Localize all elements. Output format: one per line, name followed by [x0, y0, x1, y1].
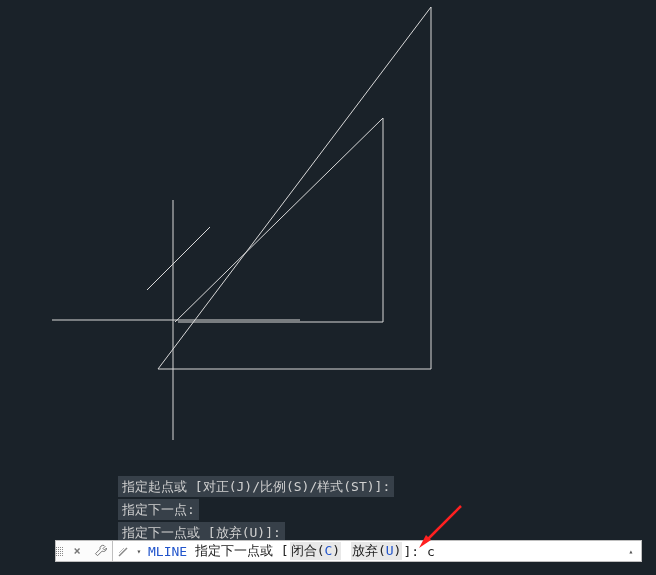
svg-line-5: [175, 118, 383, 322]
wrench-icon[interactable]: [93, 541, 109, 561]
option-undo[interactable]: 放弃(U): [351, 542, 402, 560]
grip-icon[interactable]: [56, 541, 64, 561]
chevron-up-icon[interactable]: ▴: [625, 543, 637, 559]
close-icon[interactable]: ×: [70, 541, 84, 561]
svg-line-2: [158, 7, 431, 369]
history-line: 指定下一点:: [118, 499, 199, 520]
command-prompt-icon: [115, 542, 133, 560]
chevron-down-icon[interactable]: ▾: [134, 542, 144, 560]
command-history: 指定起点或 [对正(J)/比例(S)/样式(ST)]: 指定下一点: 指定下一点…: [118, 476, 394, 545]
drawing-canvas[interactable]: [0, 0, 656, 475]
svg-line-11: [425, 506, 461, 542]
command-input[interactable]: ▾ MLINE 指定下一点或 [ 闭合(C) 放弃(U) ]: c ▴: [112, 540, 642, 562]
command-line-text: MLINE 指定下一点或 [ 闭合(C) 放弃(U) ]: c: [148, 542, 435, 560]
command-name: MLINE: [148, 544, 187, 559]
option-close[interactable]: 闭合(C): [290, 542, 341, 560]
typed-value: c: [427, 544, 435, 559]
svg-line-8: [147, 227, 210, 290]
history-line: 指定起点或 [对正(J)/比例(S)/样式(ST)]:: [118, 476, 394, 497]
